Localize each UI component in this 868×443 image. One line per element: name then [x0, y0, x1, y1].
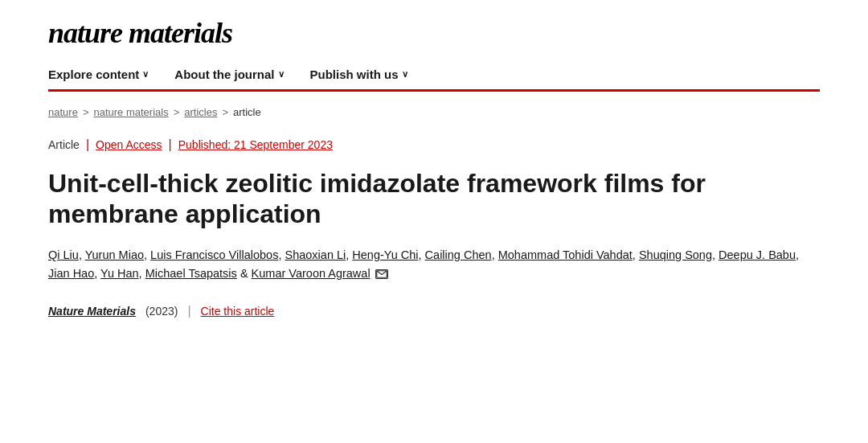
- author-cailing-chen[interactable]: Cailing Chen: [425, 248, 492, 261]
- published-date: 21 September 2023: [234, 138, 333, 151]
- breadcrumb-separator-2: >: [174, 106, 180, 118]
- author-kumar-varoon-agrawal[interactable]: Kumar Varoon Agrawal: [252, 267, 371, 280]
- published-date-link[interactable]: Published: 21 September 2023: [178, 138, 333, 151]
- article-type: Article: [48, 138, 80, 151]
- author-deepu-j-babu[interactable]: Deepu J. Babu: [719, 248, 796, 261]
- breadcrumb-separator-3: >: [222, 106, 228, 118]
- author-yurun-miao[interactable]: Yurun Miao: [85, 248, 144, 261]
- author-jian-hao[interactable]: Jian Hao: [48, 267, 94, 280]
- breadcrumb-article: article: [233, 106, 261, 118]
- nav-item-explore-content[interactable]: Explore content ∨: [48, 68, 149, 81]
- site-header: nature materials: [48, 0, 820, 58]
- citation-row: Nature Materials (2023) | Cite this arti…: [48, 296, 820, 323]
- cite-divider: |: [187, 304, 190, 318]
- article-title: Unit-cell-thick zeolitic imidazolate fra…: [48, 158, 772, 243]
- published-label: Published:: [178, 138, 231, 151]
- journal-name-link[interactable]: Nature Materials: [48, 305, 136, 318]
- meta-divider-1: |: [86, 137, 89, 152]
- breadcrumb-articles[interactable]: articles: [184, 106, 217, 118]
- chevron-publish-with-us: ∨: [402, 69, 408, 80]
- nav-label-about-journal: About the journal: [174, 68, 274, 81]
- breadcrumb: nature > nature materials > articles > a…: [48, 92, 820, 129]
- author-michael-tsapatsis[interactable]: Michael Tsapatsis: [145, 267, 237, 280]
- breadcrumb-nature-materials[interactable]: nature materials: [93, 106, 168, 118]
- author-mohammad-tohidi-vahdat[interactable]: Mohammad Tohidi Vahdat: [498, 248, 633, 261]
- author-shaoxian-li[interactable]: Shaoxian Li: [285, 248, 346, 261]
- nav-label-publish-with-us: Publish with us: [310, 68, 399, 81]
- breadcrumb-nature[interactable]: nature: [48, 106, 78, 118]
- author-luis-francisco-villalobos[interactable]: Luis Francisco Villalobos: [150, 248, 278, 261]
- nav-item-about-journal[interactable]: About the journal ∨: [174, 68, 284, 81]
- chevron-explore-content: ∨: [142, 69, 149, 80]
- article-meta: Article | Open Access | Published: 21 Se…: [48, 129, 820, 158]
- meta-divider-2: |: [169, 137, 172, 152]
- nav-label-explore-content: Explore content: [48, 68, 139, 81]
- email-icon[interactable]: [375, 269, 388, 279]
- svg-rect-0: [376, 271, 387, 278]
- author-shuqing-song[interactable]: Shuqing Song: [639, 248, 712, 261]
- breadcrumb-separator-1: >: [83, 106, 89, 118]
- year-text: (2023): [145, 305, 178, 318]
- author-yu-han[interactable]: Yu Han: [100, 267, 139, 280]
- nav-item-publish-with-us[interactable]: Publish with us ∨: [310, 68, 408, 81]
- chevron-about-journal: ∨: [278, 69, 285, 80]
- open-access-link[interactable]: Open Access: [96, 138, 162, 151]
- authors-list: Qi Liu, Yurun Miao, Luis Francisco Villa…: [48, 243, 820, 296]
- author-heng-yu-chi[interactable]: Heng-Yu Chi: [352, 248, 418, 261]
- author-qi-liu[interactable]: Qi Liu: [48, 248, 79, 261]
- nav-bar: Explore content ∨ About the journal ∨ Pu…: [48, 58, 820, 89]
- cite-article-link[interactable]: Cite this article: [201, 305, 275, 318]
- site-logo[interactable]: nature materials: [48, 16, 820, 50]
